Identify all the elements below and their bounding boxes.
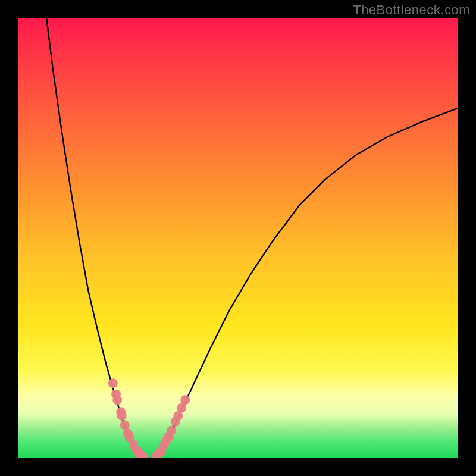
plot-area [18,18,458,458]
curve-left-arm [46,18,141,458]
scatter-point [108,378,118,388]
watermark-text: TheBottleneck.com [353,2,470,18]
scatter-point [167,425,176,435]
chart-frame: TheBottleneck.com [0,0,476,476]
curve-right-arm [159,108,458,458]
line-group [46,18,458,458]
scatter-point [120,421,130,430]
chart-svg [18,18,458,458]
scatter-point [112,395,122,405]
scatter-point [117,411,127,421]
scatter-point [180,395,190,405]
scatter-group [108,378,190,458]
